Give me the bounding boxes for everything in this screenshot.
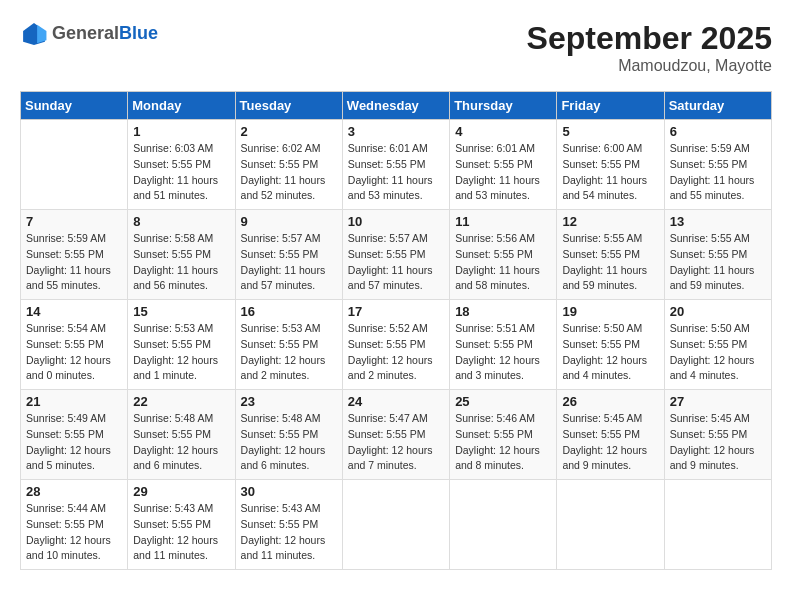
calendar-cell: 19Sunrise: 5:50 AM Sunset: 5:55 PM Dayli…: [557, 300, 664, 390]
day-info: Sunrise: 5:57 AM Sunset: 5:55 PM Dayligh…: [348, 231, 444, 294]
logo: GeneralBlue: [20, 20, 158, 48]
month-title: September 2025: [527, 20, 772, 57]
day-number: 6: [670, 124, 766, 139]
day-number: 3: [348, 124, 444, 139]
day-number: 15: [133, 304, 229, 319]
day-info: Sunrise: 5:55 AM Sunset: 5:55 PM Dayligh…: [670, 231, 766, 294]
day-info: Sunrise: 5:43 AM Sunset: 5:55 PM Dayligh…: [241, 501, 337, 564]
day-number: 4: [455, 124, 551, 139]
calendar-cell: 28Sunrise: 5:44 AM Sunset: 5:55 PM Dayli…: [21, 480, 128, 570]
col-header-friday: Friday: [557, 92, 664, 120]
col-header-saturday: Saturday: [664, 92, 771, 120]
day-number: 16: [241, 304, 337, 319]
svg-marker-1: [37, 25, 46, 44]
week-row-4: 28Sunrise: 5:44 AM Sunset: 5:55 PM Dayli…: [21, 480, 772, 570]
day-number: 10: [348, 214, 444, 229]
calendar-cell: [664, 480, 771, 570]
day-number: 9: [241, 214, 337, 229]
calendar-cell: 10Sunrise: 5:57 AM Sunset: 5:55 PM Dayli…: [342, 210, 449, 300]
calendar-cell: [21, 120, 128, 210]
col-header-monday: Monday: [128, 92, 235, 120]
day-number: 23: [241, 394, 337, 409]
page-header: GeneralBlue September 2025 Mamoudzou, Ma…: [20, 20, 772, 75]
calendar-cell: 27Sunrise: 5:45 AM Sunset: 5:55 PM Dayli…: [664, 390, 771, 480]
day-info: Sunrise: 5:48 AM Sunset: 5:55 PM Dayligh…: [133, 411, 229, 474]
calendar-cell: 6Sunrise: 5:59 AM Sunset: 5:55 PM Daylig…: [664, 120, 771, 210]
col-header-thursday: Thursday: [450, 92, 557, 120]
day-number: 30: [241, 484, 337, 499]
day-number: 18: [455, 304, 551, 319]
week-row-1: 7Sunrise: 5:59 AM Sunset: 5:55 PM Daylig…: [21, 210, 772, 300]
calendar-header-row: SundayMondayTuesdayWednesdayThursdayFrid…: [21, 92, 772, 120]
calendar-cell: 15Sunrise: 5:53 AM Sunset: 5:55 PM Dayli…: [128, 300, 235, 390]
calendar-cell: [342, 480, 449, 570]
calendar-cell: 18Sunrise: 5:51 AM Sunset: 5:55 PM Dayli…: [450, 300, 557, 390]
day-info: Sunrise: 6:01 AM Sunset: 5:55 PM Dayligh…: [348, 141, 444, 204]
day-info: Sunrise: 5:53 AM Sunset: 5:55 PM Dayligh…: [241, 321, 337, 384]
day-number: 7: [26, 214, 122, 229]
calendar-cell: 22Sunrise: 5:48 AM Sunset: 5:55 PM Dayli…: [128, 390, 235, 480]
col-header-wednesday: Wednesday: [342, 92, 449, 120]
day-number: 8: [133, 214, 229, 229]
week-row-3: 21Sunrise: 5:49 AM Sunset: 5:55 PM Dayli…: [21, 390, 772, 480]
calendar-cell: 25Sunrise: 5:46 AM Sunset: 5:55 PM Dayli…: [450, 390, 557, 480]
day-info: Sunrise: 5:51 AM Sunset: 5:55 PM Dayligh…: [455, 321, 551, 384]
day-info: Sunrise: 5:46 AM Sunset: 5:55 PM Dayligh…: [455, 411, 551, 474]
day-number: 20: [670, 304, 766, 319]
calendar-cell: 21Sunrise: 5:49 AM Sunset: 5:55 PM Dayli…: [21, 390, 128, 480]
day-number: 24: [348, 394, 444, 409]
logo-blue-text: Blue: [119, 23, 158, 45]
calendar-cell: 29Sunrise: 5:43 AM Sunset: 5:55 PM Dayli…: [128, 480, 235, 570]
calendar-table: SundayMondayTuesdayWednesdayThursdayFrid…: [20, 91, 772, 570]
day-number: 29: [133, 484, 229, 499]
title-block: September 2025 Mamoudzou, Mayotte: [527, 20, 772, 75]
calendar-body: 1Sunrise: 6:03 AM Sunset: 5:55 PM Daylig…: [21, 120, 772, 570]
day-info: Sunrise: 5:56 AM Sunset: 5:55 PM Dayligh…: [455, 231, 551, 294]
calendar-cell: 14Sunrise: 5:54 AM Sunset: 5:55 PM Dayli…: [21, 300, 128, 390]
day-info: Sunrise: 5:49 AM Sunset: 5:55 PM Dayligh…: [26, 411, 122, 474]
calendar-cell: [557, 480, 664, 570]
day-info: Sunrise: 5:57 AM Sunset: 5:55 PM Dayligh…: [241, 231, 337, 294]
day-info: Sunrise: 5:48 AM Sunset: 5:55 PM Dayligh…: [241, 411, 337, 474]
calendar-cell: 16Sunrise: 5:53 AM Sunset: 5:55 PM Dayli…: [235, 300, 342, 390]
day-info: Sunrise: 5:44 AM Sunset: 5:55 PM Dayligh…: [26, 501, 122, 564]
calendar-cell: 24Sunrise: 5:47 AM Sunset: 5:55 PM Dayli…: [342, 390, 449, 480]
day-number: 12: [562, 214, 658, 229]
calendar-cell: 20Sunrise: 5:50 AM Sunset: 5:55 PM Dayli…: [664, 300, 771, 390]
day-number: 22: [133, 394, 229, 409]
day-number: 26: [562, 394, 658, 409]
day-info: Sunrise: 5:59 AM Sunset: 5:55 PM Dayligh…: [26, 231, 122, 294]
week-row-2: 14Sunrise: 5:54 AM Sunset: 5:55 PM Dayli…: [21, 300, 772, 390]
day-info: Sunrise: 5:52 AM Sunset: 5:55 PM Dayligh…: [348, 321, 444, 384]
week-row-0: 1Sunrise: 6:03 AM Sunset: 5:55 PM Daylig…: [21, 120, 772, 210]
day-info: Sunrise: 5:45 AM Sunset: 5:55 PM Dayligh…: [562, 411, 658, 474]
day-number: 14: [26, 304, 122, 319]
day-info: Sunrise: 5:50 AM Sunset: 5:55 PM Dayligh…: [562, 321, 658, 384]
day-number: 19: [562, 304, 658, 319]
calendar-cell: 3Sunrise: 6:01 AM Sunset: 5:55 PM Daylig…: [342, 120, 449, 210]
calendar-cell: 9Sunrise: 5:57 AM Sunset: 5:55 PM Daylig…: [235, 210, 342, 300]
calendar-cell: 4Sunrise: 6:01 AM Sunset: 5:55 PM Daylig…: [450, 120, 557, 210]
day-number: 5: [562, 124, 658, 139]
col-header-tuesday: Tuesday: [235, 92, 342, 120]
day-info: Sunrise: 5:47 AM Sunset: 5:55 PM Dayligh…: [348, 411, 444, 474]
day-info: Sunrise: 6:02 AM Sunset: 5:55 PM Dayligh…: [241, 141, 337, 204]
day-number: 13: [670, 214, 766, 229]
day-number: 17: [348, 304, 444, 319]
col-header-sunday: Sunday: [21, 92, 128, 120]
day-info: Sunrise: 5:45 AM Sunset: 5:55 PM Dayligh…: [670, 411, 766, 474]
day-info: Sunrise: 5:55 AM Sunset: 5:55 PM Dayligh…: [562, 231, 658, 294]
day-info: Sunrise: 5:50 AM Sunset: 5:55 PM Dayligh…: [670, 321, 766, 384]
calendar-cell: 5Sunrise: 6:00 AM Sunset: 5:55 PM Daylig…: [557, 120, 664, 210]
day-number: 27: [670, 394, 766, 409]
day-info: Sunrise: 5:53 AM Sunset: 5:55 PM Dayligh…: [133, 321, 229, 384]
day-info: Sunrise: 6:00 AM Sunset: 5:55 PM Dayligh…: [562, 141, 658, 204]
calendar-cell: 1Sunrise: 6:03 AM Sunset: 5:55 PM Daylig…: [128, 120, 235, 210]
calendar-cell: 23Sunrise: 5:48 AM Sunset: 5:55 PM Dayli…: [235, 390, 342, 480]
logo-general-text: General: [52, 23, 119, 45]
day-info: Sunrise: 5:58 AM Sunset: 5:55 PM Dayligh…: [133, 231, 229, 294]
calendar-cell: 2Sunrise: 6:02 AM Sunset: 5:55 PM Daylig…: [235, 120, 342, 210]
calendar-cell: 26Sunrise: 5:45 AM Sunset: 5:55 PM Dayli…: [557, 390, 664, 480]
calendar-cell: 17Sunrise: 5:52 AM Sunset: 5:55 PM Dayli…: [342, 300, 449, 390]
logo-icon: [20, 20, 48, 48]
